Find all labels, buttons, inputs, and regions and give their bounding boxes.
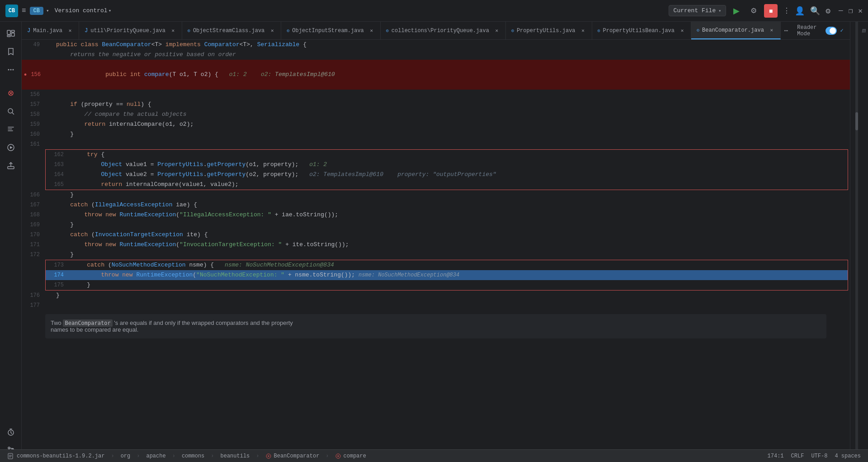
run-settings-button[interactable]: ⚙ (747, 4, 760, 18)
editor-area: J Main.java ✕ J util\PriorityQueue.java … (22, 22, 850, 462)
status-indent[interactable]: 4 spaces (833, 453, 863, 459)
close-button[interactable]: ✕ (858, 6, 863, 15)
code-line-167: 167 catch (IllegalAccessException iae) { (22, 200, 850, 210)
scrollbar-thumb[interactable] (855, 112, 858, 130)
vc-chevron[interactable]: ▾ (108, 8, 112, 14)
code-line-176: 176 } (22, 291, 850, 300)
main-layout: J Main.java ✕ J util\PriorityQueue.java … (0, 22, 868, 462)
current-file-label: Current File (674, 7, 716, 14)
debug-box-1: 162 try { 163 Object value1 = PropertyUt… (45, 149, 848, 190)
code-line-162: 162 try { (46, 150, 848, 160)
current-file-section: Current File ▾ ▶ ⚙ ■ ⋮ (669, 4, 793, 18)
code-line-159: 159 return internalCompare(o1, o2); (22, 119, 850, 129)
jar-label: commons-beanutils-1.9.2.jar (17, 453, 104, 459)
tab-propertyutilsbean[interactable]: ⊙ PropertyUtilsBean.java ✕ (592, 22, 691, 39)
svg-rect-0 (7, 30, 10, 34)
code-line-165: 165 return internalCompare(value1, value… (46, 180, 848, 190)
breadcrumb-commons[interactable]: commons (180, 453, 206, 459)
code-line-157: 157 if (property == null) { (22, 100, 850, 110)
current-file-chevron: ▾ (718, 8, 721, 14)
tab-objectinputstream[interactable]: ⊙ ObjectInputStream.java ✕ (281, 22, 380, 39)
user-icon[interactable]: 👤 (795, 6, 805, 16)
svg-rect-3 (7, 35, 10, 37)
sidebar-item-text[interactable] (3, 121, 19, 138)
breadcrumb-beanutils[interactable]: beanutils (219, 453, 252, 459)
sidebar-item-deploy[interactable] (3, 157, 19, 174)
title-bar: CB ≡ CB ▾ Version control ▾ Current File… (0, 0, 868, 22)
status-line-ending[interactable]: CRLF (789, 453, 806, 459)
vc-label[interactable]: Version control (55, 7, 108, 14)
svg-point-6 (12, 69, 14, 71)
tab-objectstreamclass[interactable]: ⊙ ObjectStreamClass.java ✕ (182, 22, 281, 39)
status-bar: commons-beanutils-1.9.2.jar › org › apac… (0, 449, 868, 462)
stop-button[interactable]: ■ (764, 4, 778, 18)
reader-mode-toggle[interactable] (826, 27, 837, 35)
window-controls: — ❐ ✕ (839, 6, 863, 15)
code-line-168: 168 throw new RuntimeException("IllegalA… (22, 210, 850, 220)
editor-scrollbar[interactable] (850, 22, 860, 462)
doc-text-before: Two (51, 319, 63, 326)
code-line-163: 163 Object value1 = PropertyUtils.getPro… (46, 160, 848, 170)
sidebar-item-run[interactable] (3, 139, 19, 156)
code-line-160: 160 } (22, 129, 850, 139)
sidebar-item-project[interactable] (3, 25, 19, 42)
tab-util-priorityqueue[interactable]: J util\PriorityQueue.java ✕ (79, 22, 182, 39)
svg-point-5 (10, 69, 11, 71)
minimap-panel: m (860, 22, 868, 462)
code-line-174: 174 throw new RuntimeException("NoSuchMe… (46, 270, 848, 280)
code-line-169: 169 } (22, 220, 850, 230)
sidebar-item-search[interactable] (3, 103, 19, 119)
code-line-164: 164 Object value2 = PropertyUtils.getPro… (46, 170, 848, 180)
more-button[interactable]: ⋮ (783, 6, 790, 15)
svg-rect-1 (11, 30, 14, 32)
code-line-170: 170 catch (InvocationTargetException ite… (22, 230, 850, 240)
code-line-158: 158 // compare the actual objects (22, 110, 850, 119)
project-badge[interactable]: CB (30, 7, 43, 15)
status-jar[interactable]: commons-beanutils-1.9.2.jar (5, 453, 106, 459)
tab-main[interactable]: J Main.java ✕ (22, 22, 79, 39)
status-encoding[interactable]: UTF-8 (809, 453, 829, 459)
code-line-177: 177 (22, 300, 850, 310)
documentation-box: Two BeanComparator 's are equals if and … (45, 314, 826, 338)
breadcrumb-apache[interactable]: apache (144, 453, 167, 459)
breadcrumb-org[interactable]: org (119, 453, 132, 459)
code-line-156: 156 (22, 90, 850, 100)
sidebar-item-timer[interactable] (3, 424, 19, 440)
menu-icon[interactable]: ≡ (22, 7, 26, 15)
left-sidebar (0, 22, 22, 462)
code-line-comment: returns the negative or positive based o… (22, 50, 850, 60)
tab-propertyutils[interactable]: ⊙ PropertyUtils.java ✕ (506, 22, 592, 39)
sidebar-item-debug[interactable] (3, 85, 19, 101)
scrollbar-track[interactable] (855, 22, 858, 462)
code-line-173: 173 catch (NoSuchMethodException nsme) {… (46, 260, 848, 270)
status-position[interactable]: 174:1 (766, 453, 786, 459)
run-button[interactable]: ▶ (730, 4, 743, 18)
breadcrumb-compare[interactable]: compare (334, 453, 368, 459)
sidebar-item-bookmarks[interactable] (3, 43, 19, 60)
restore-button[interactable]: ❐ (849, 6, 853, 15)
code-line-161: 161 (22, 139, 850, 149)
debug-box-2: 173 catch (NoSuchMethodException nsme) {… (45, 260, 848, 291)
code-line-49: 49 public class BeanComparator<T> implem… (22, 40, 850, 50)
tab-bar: J Main.java ✕ J util\PriorityQueue.java … (22, 22, 850, 40)
code-line-175: 175 } (46, 280, 848, 290)
reader-mode-label: Reader Mode (797, 24, 821, 37)
code-line-166: 166 } (22, 190, 850, 200)
app-logo: CB (5, 5, 18, 17)
code-editor[interactable]: 49 public class BeanComparator<T> implem… (22, 40, 850, 462)
project-chevron[interactable]: ▾ (46, 8, 49, 14)
tab-more-button[interactable]: ⋯ (781, 22, 792, 39)
doc-highlighted-term: BeanComparator (63, 319, 112, 327)
svg-rect-2 (11, 33, 14, 36)
current-file-button[interactable]: Current File ▾ (669, 5, 726, 16)
tab-beancomparator[interactable]: ⊙ BeanComparator.java ✕ (691, 22, 781, 39)
tab-collections-priorityqueue[interactable]: ⊙ collections\PriorityQueue.java ✕ (381, 22, 506, 39)
breadcrumb-beancomparator[interactable]: BeanComparator (264, 453, 321, 459)
reader-mode-section: Reader Mode ✓ (792, 22, 849, 39)
code-line-171: 171 throw new RuntimeException("Invocati… (22, 240, 850, 250)
sidebar-item-more[interactable] (3, 62, 19, 78)
code-line-156-debug: ● 156 public int compare(T o1, T o2) { o… (22, 60, 850, 90)
minimize-button[interactable]: — (839, 7, 843, 15)
search-icon[interactable]: 🔍 (810, 6, 820, 16)
gear-icon[interactable]: ⚙ (826, 6, 830, 16)
